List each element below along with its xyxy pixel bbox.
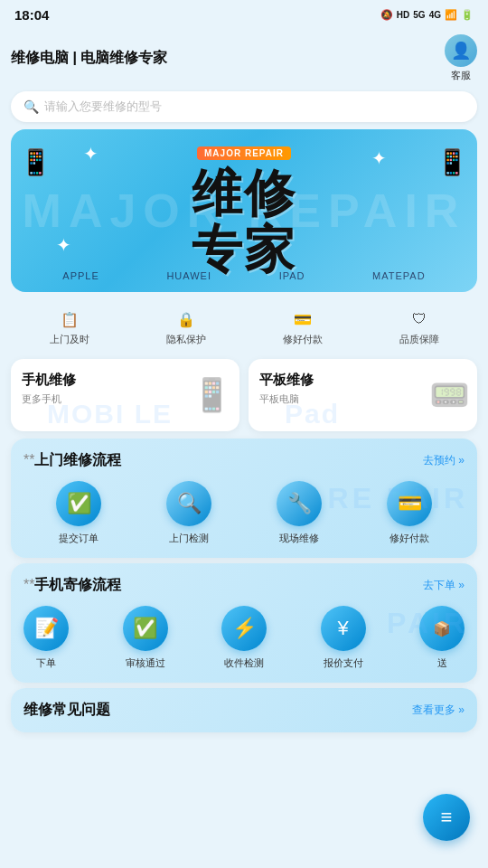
process1-title: **上门维修流程: [23, 451, 121, 470]
hd-badge: HD: [397, 10, 409, 20]
sparkle-3: ✦: [56, 234, 71, 256]
process1-header: **上门维修流程 去预约 »: [23, 451, 465, 470]
feature-item-2: 💳 修好付款: [283, 308, 323, 346]
feature-label-1: 隐私保护: [166, 333, 206, 346]
phone-repair-card[interactable]: 手机维修 更多手机 MOBI LE 📱: [11, 359, 239, 431]
step-deliver-icon: 📦: [419, 606, 465, 651]
process2-header: **手机寄修流程 去下单 »: [23, 576, 465, 595]
step-approve: ✅ 审核通过: [123, 606, 168, 670]
step-quote: ¥ 报价支付: [321, 606, 366, 670]
step-quote-label: 报价支付: [324, 656, 363, 670]
wifi-icon: 📶: [445, 9, 457, 21]
banner-phone-left-icon: 📱: [20, 147, 52, 177]
step-inspect-icon: 🔍: [166, 481, 211, 526]
banner-label: MAJOR REPAIR: [197, 146, 291, 160]
banner-phone-right-icon: 📱: [436, 147, 468, 177]
float-btn-icon: ≡: [441, 806, 453, 829]
tablet-repair-bg: Pad: [285, 399, 340, 429]
process1-link[interactable]: 去预约 »: [423, 453, 465, 468]
step-receive-label: 收件检测: [224, 656, 264, 670]
step-quote-icon: ¥: [321, 606, 366, 651]
status-icons: 🔕 HD 5G 4G 📶 🔋: [380, 9, 474, 21]
process2-link[interactable]: 去下单 »: [423, 578, 465, 593]
step-inspect-label: 上门检测: [169, 532, 209, 545]
banner-content: MAJOR REPAIR 维修专家: [192, 144, 296, 277]
feature-label-2: 修好付款: [283, 333, 323, 346]
shield-icon: 🛡: [408, 308, 430, 330]
service-cards: 手机维修 更多手机 MOBI LE 📱 平板维修 平板电脑 Pad 📟: [11, 359, 477, 431]
step-approve-icon: ✅: [123, 606, 168, 651]
sparkle-1: ✦: [83, 143, 99, 165]
feature-item-1: 🔒 隐私保护: [166, 308, 206, 346]
lock-icon: 🔒: [175, 308, 197, 330]
page-title: 维修电脑 | 电脑维修专家: [11, 49, 167, 68]
header: 维修电脑 | 电脑维修专家 👤 客服: [0, 29, 488, 86]
status-bar: 18:04 🔕 HD 5G 4G 📶 🔋: [0, 0, 488, 29]
tablet-repair-card[interactable]: 平板维修 平板电脑 Pad 📟: [249, 359, 477, 431]
door-icon: 📋: [59, 308, 80, 330]
banner-main-text: 维修专家: [192, 165, 296, 277]
tablet-repair-icon: 📟: [429, 376, 470, 414]
step-pay1-icon: 💳: [387, 481, 432, 526]
feature-label-3: 品质保障: [399, 333, 439, 346]
faq-link[interactable]: 查看更多 »: [412, 703, 465, 718]
mailin-repair-process: PAIR **手机寄修流程 去下单 » 📝 下单 ✅ 审核通过 ⚡ 收件检测 ¥…: [11, 563, 477, 683]
search-placeholder: 请输入您要维修的型号: [44, 99, 162, 115]
cs-avatar: 👤: [445, 34, 477, 67]
banner: MAJOR REPAIR 📱 📱 ✦ ✦ ✦ MAJOR REPAIR 维修专家…: [11, 129, 477, 292]
float-button[interactable]: ≡: [423, 794, 470, 841]
phone-repair-bg: MOBI LE: [47, 399, 173, 429]
feature-item-3: 🛡 品质保障: [399, 308, 439, 346]
home-repair-process: RE PAIR **上门维修流程 去预约 » ✅ 提交订单 🔍 上门检测 🔧 现…: [11, 439, 477, 558]
step-pay1-label: 修好付款: [389, 532, 429, 545]
step-deliver: 📦 送: [419, 606, 465, 670]
search-bar[interactable]: 🔍 请输入您要维修的型号: [11, 91, 477, 122]
faq-title: 维修常见问题: [23, 701, 110, 720]
step-submit-label: 提交订单: [59, 532, 99, 545]
process2-steps: 📝 下单 ✅ 审核通过 ⚡ 收件检测 ¥ 报价支付 📦 送: [23, 606, 465, 670]
faq-section: 维修常见问题 查看更多 »: [11, 688, 477, 732]
phone-repair-icon: 📱: [192, 376, 232, 414]
brand-apple: APPLE: [62, 270, 99, 281]
step-repair-icon: 🔧: [277, 481, 322, 526]
step-repair: 🔧 现场维修: [277, 481, 322, 545]
brand-matepad: MATEPAD: [372, 270, 426, 281]
customer-service-button[interactable]: 👤 客服: [445, 34, 477, 82]
4g-badge: 4G: [429, 10, 441, 20]
step-order-label: 下单: [36, 656, 56, 670]
cs-icon: 👤: [451, 41, 471, 61]
step-order: 📝 下单: [23, 606, 69, 670]
step-order-icon: 📝: [23, 606, 69, 651]
status-time: 18:04: [14, 7, 49, 23]
battery-icon: 🔋: [461, 9, 474, 21]
mute-icon: 🔕: [380, 9, 393, 21]
step-submit-icon: ✅: [56, 481, 101, 526]
cs-label: 客服: [451, 69, 471, 82]
search-icon: 🔍: [23, 99, 39, 114]
step-submit: ✅ 提交订单: [56, 481, 101, 545]
sparkle-2: ✦: [371, 147, 387, 169]
step-receive-icon: ⚡: [221, 606, 267, 651]
features-row: 📋 上门及时 🔒 隐私保护 💳 修好付款 🛡 品质保障: [0, 299, 488, 355]
process1-steps: ✅ 提交订单 🔍 上门检测 🔧 现场维修 💳 修好付款: [23, 481, 465, 545]
payment-icon: 💳: [292, 308, 314, 330]
5g-badge: 5G: [413, 10, 425, 20]
step-receive: ⚡ 收件检测: [221, 606, 267, 670]
feature-item-0: 📋 上门及时: [50, 308, 89, 346]
step-deliver-label: 送: [437, 656, 447, 670]
step-repair-label: 现场维修: [279, 532, 319, 545]
step-approve-label: 审核通过: [126, 656, 165, 670]
feature-label-0: 上门及时: [50, 333, 89, 346]
process2-title: **手机寄修流程: [23, 576, 121, 595]
step-inspect: 🔍 上门检测: [166, 481, 211, 545]
step-pay1: 💳 修好付款: [387, 481, 432, 545]
